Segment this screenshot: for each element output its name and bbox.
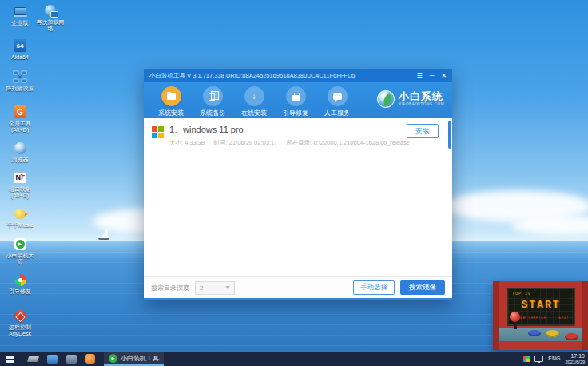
taskbar-app-label: 小白装机工具: [121, 354, 159, 363]
taskbar-item-1[interactable]: [28, 356, 38, 362]
joystick-ball[interactable]: [510, 312, 520, 322]
sailboat-hull: [98, 238, 109, 240]
aida64-icon: 64: [13, 38, 27, 53]
chat-bubble-icon: ⋯: [328, 86, 348, 106]
close-icon[interactable]: ✕: [441, 73, 447, 79]
network-globe-icon: [43, 3, 58, 18]
desktop-icon-label: 小白装机大 师: [6, 253, 34, 266]
desktop-icon-boot-repair[interactable]: 引导修复: [2, 273, 38, 295]
image-size: 大小: 4.33GB: [169, 139, 205, 147]
search-image-button[interactable]: 搜索镜像: [400, 280, 445, 295]
tray-language[interactable]: ENG: [548, 356, 560, 361]
nt-icon: NT: [13, 170, 27, 185]
scrollbar[interactable]: [448, 121, 451, 149]
pinwheel-icon: [13, 273, 27, 287]
taskbar-running-app[interactable]: ▶ 小白装机工具: [104, 352, 164, 366]
browser-sphere-icon: [13, 141, 27, 155]
brand-domain: XIAOBAIXITONG.COM: [399, 103, 444, 107]
image-dir: 所在目录: d:\22000.1.210604-1628.co_release_…: [286, 139, 409, 147]
window-bottom-strip: [144, 298, 452, 300]
tab-label: 引导修复: [283, 109, 308, 117]
desktop-icon-aida64[interactable]: 64 Aida64: [2, 38, 38, 61]
arcade-machine-widget[interactable]: TOP 10 START ► NEW CHAPTER EXIT: [493, 281, 588, 350]
tab-system-install[interactable]: 系统安装: [150, 86, 192, 117]
desktop-icon-port-mapping[interactable]: NT 端口映射 (Alt+C): [2, 170, 38, 200]
download-icon: ↓: [244, 86, 264, 106]
start-button[interactable]: [0, 352, 19, 366]
nav-bar: 系统安装 系统备份 ↓ 在线安装 引导修复 ⋯ 人工服务: [144, 82, 452, 118]
arcade-pillar: [582, 281, 588, 350]
tab-manual-service[interactable]: ⋯ 人工服务: [316, 86, 358, 117]
tab-boot-repair[interactable]: 引导修复: [275, 86, 316, 117]
desktop-icon-reload-network[interactable]: 再次加载网 络: [32, 3, 69, 33]
tab-system-backup[interactable]: 系统备份: [192, 86, 233, 117]
desktop-icon-label: 金舟工具 (Alt+D): [9, 121, 31, 134]
arcade-start-text: START: [508, 299, 574, 311]
menu-icon[interactable]: ☰: [416, 73, 422, 79]
desktop-icon-label: 浏览器: [12, 157, 29, 163]
list-item[interactable]: 1、windows 11 pro 大小: 4.33GB 时间: 21/06/29…: [144, 118, 452, 147]
sailboat: [101, 226, 108, 238]
image-list: 1、windows 11 pro 大小: 4.33GB 时间: 21/06/29…: [144, 118, 452, 276]
window-titlebar[interactable]: 小白装机工具 V 3.1.717.338 URID:88A24525169518…: [144, 69, 452, 82]
tray-clock[interactable]: 17:10 2021/6/29: [566, 353, 585, 364]
system-tray: ENG 17:10 2021/6/29: [523, 353, 588, 364]
desktop-icon-label: Aida64: [11, 54, 29, 61]
install-folder-icon: [161, 86, 181, 106]
desktop-icon-music[interactable]: 千千Music: [2, 206, 38, 229]
desktop: 企业版 再次加载网 络 64 Aida64 阵列播设置 G 金舟工具 (Alt+…: [0, 0, 588, 366]
windows-logo-icon: [152, 126, 164, 147]
desktop-icon-anydesk[interactable]: 远程控制 AnyDesk: [2, 308, 38, 338]
desktop-icon-gtool[interactable]: G 金舟工具 (Alt+D): [2, 105, 38, 134]
desktop-icon-label: 企业版: [12, 20, 29, 26]
tab-online-install[interactable]: ↓ 在线安装: [233, 86, 275, 117]
arcade-button-yellow[interactable]: [546, 330, 559, 337]
taskbar-item-4[interactable]: [85, 354, 95, 364]
window-footer: 搜索目录深度 2 手动选择 搜索镜像: [144, 276, 452, 298]
search-depth-select[interactable]: 2: [195, 281, 235, 295]
windows-start-icon: [6, 356, 14, 363]
image-title: 1、windows 11 pro: [169, 124, 409, 136]
window-title: 小白装机工具 V 3.1.717.338 URID:88A24525169518…: [149, 72, 356, 80]
app-icon: [85, 354, 95, 364]
laptop-icon: [13, 4, 27, 18]
xiaobai-play-icon: ▶: [13, 237, 27, 251]
tray-monitor-icon[interactable]: [534, 356, 543, 362]
network-topology-icon: [13, 70, 27, 84]
arcade-menu-exit: EXIT: [558, 316, 569, 320]
arcade-pillar: [493, 281, 499, 350]
xiaobai-logo-icon: [377, 90, 395, 108]
desktop-icon-label: 端口映射 (Alt+C): [9, 186, 31, 200]
desktop-icon-xiaobai[interactable]: ▶ 小白装机大 师: [2, 237, 38, 266]
chevron-down-icon: [225, 286, 230, 289]
install-button[interactable]: 安装: [407, 124, 439, 138]
taskbar-item-3[interactable]: [66, 355, 77, 364]
tab-label: 系统安装: [158, 109, 184, 117]
brand-name: 小白系统: [399, 91, 444, 101]
tray-colors-icon[interactable]: [523, 356, 530, 362]
app-icon: [27, 356, 39, 362]
app-window: 小白装机工具 V 3.1.717.338 URID:88A24525169518…: [144, 69, 452, 300]
g-tool-icon: G: [13, 105, 27, 119]
arcade-top-text: TOP 10: [512, 292, 531, 296]
desktop-icon-label: 引导修复: [9, 288, 31, 295]
desktop-icon-label: 远程控制 AnyDesk: [9, 324, 31, 338]
arcade-button-red[interactable]: [565, 333, 578, 340]
search-depth-label: 搜索目录深度: [151, 284, 189, 292]
taskbar-item-2[interactable]: [47, 355, 58, 364]
desktop-icon-browser[interactable]: 浏览器: [2, 141, 38, 163]
desktop-icon-array-settings[interactable]: 阵列播设置: [2, 70, 38, 92]
manual-select-button[interactable]: 手动选择: [353, 280, 395, 295]
tab-label: 人工服务: [324, 109, 350, 117]
backup-copy-icon: [203, 86, 223, 106]
minimize-icon[interactable]: ─: [430, 73, 435, 79]
tab-label: 系统备份: [200, 109, 225, 117]
desktop-icon-label: 再次加载网 络: [37, 19, 65, 33]
search-depth-value: 2: [200, 284, 203, 292]
desktop-icon-label: 千千Music: [7, 222, 33, 229]
tab-label: 在线安装: [241, 109, 267, 117]
yellow-bird-icon: [13, 206, 27, 221]
app-icon: [47, 355, 58, 364]
anydesk-diamond-icon: [13, 308, 27, 323]
arcade-button-blue[interactable]: [528, 330, 541, 336]
